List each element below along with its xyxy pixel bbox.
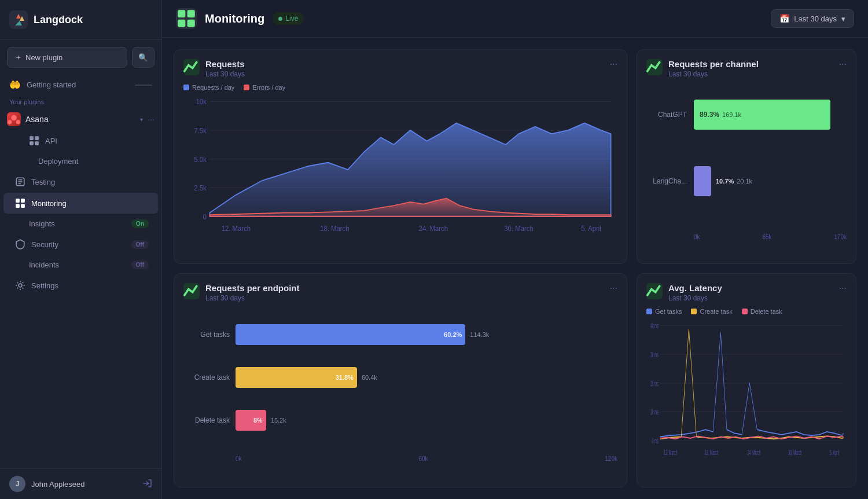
svg-rect-20 xyxy=(178,10,185,17)
monitoring-label: Monitoring xyxy=(31,199,149,208)
incidents-label: Incidents xyxy=(29,260,126,269)
channel-menu-icon[interactable]: ··· xyxy=(839,59,847,69)
get-tasks-count: 114.3k xyxy=(470,331,489,338)
security-label: Security xyxy=(31,240,126,249)
chatgpt-pct: 89.3% xyxy=(700,111,719,119)
channel-chart: ChatGPT 89.3% 169.1k LangCha... xyxy=(646,86,847,254)
sidebar-footer: J John Appleseed xyxy=(0,468,161,499)
svg-text:2.5k: 2.5k xyxy=(194,184,207,193)
requests-title: Requests xyxy=(205,59,610,69)
sidebar-item-api[interactable]: API xyxy=(3,130,158,151)
requests-card-header: Requests Last 30 days ··· xyxy=(183,59,617,78)
api-icon xyxy=(29,135,39,146)
svg-text:3k ms: 3k ms xyxy=(650,350,659,358)
endpoint-row-get-tasks: Get tasks 60.2% 114.3k xyxy=(183,324,617,345)
svg-text:12. March: 12. March xyxy=(664,447,677,456)
getting-started-item[interactable]: 🤲 Getting started xyxy=(0,75,161,95)
latency-card-icon xyxy=(646,283,663,299)
svg-text:5. April: 5. April xyxy=(581,224,601,233)
main-content: Monitoring Live 📅 Last 30 days ▾ Request… xyxy=(162,0,868,499)
requests-card: Requests Last 30 days ··· Requests / day… xyxy=(174,49,627,264)
sidebar-item-settings[interactable]: Settings xyxy=(3,275,158,296)
svg-point-5 xyxy=(8,120,12,124)
latency-subtitle: Last 30 days xyxy=(668,294,839,302)
insights-badge: On xyxy=(131,219,149,228)
channel-label-langchain: LangCha... xyxy=(646,177,687,185)
delete-task-pct: 8% xyxy=(253,417,263,424)
logout-icon[interactable] xyxy=(143,479,152,490)
logo-icon xyxy=(9,10,28,29)
endpoint-chart: Get tasks 60.2% 114.3k Create task 31.8% xyxy=(183,309,617,478)
endpoint-x-axis: 0k 60k 120k xyxy=(183,452,617,462)
page-title: Monitoring xyxy=(205,12,264,25)
requests-card-icon xyxy=(183,59,200,75)
svg-rect-0 xyxy=(9,10,28,29)
get-tasks-pct: 60.2% xyxy=(444,331,462,338)
live-dot xyxy=(278,17,282,21)
sidebar-item-insights[interactable]: Insights On xyxy=(3,214,158,233)
chevron-down-icon: ▾ xyxy=(140,116,143,123)
create-task-pct: 31.8% xyxy=(336,374,354,381)
dropdown-arrow-icon: ▾ xyxy=(841,14,845,23)
nav-items: API Deployment Testing Monitoring Insigh… xyxy=(0,130,161,468)
latency-card-header: Avg. Latency Last 30 days ··· xyxy=(646,283,847,302)
settings-label: Settings xyxy=(31,281,149,290)
search-button[interactable]: 🔍 xyxy=(132,47,155,68)
svg-text:24. March: 24. March xyxy=(419,224,448,233)
sidebar-item-deployment[interactable]: Deployment xyxy=(3,152,158,171)
svg-point-4 xyxy=(11,115,17,121)
testing-label: Testing xyxy=(31,178,149,186)
endpoint-title: Requests per endpoint xyxy=(205,283,610,293)
dashboard-grid: Requests Last 30 days ··· Requests / day… xyxy=(162,38,868,499)
requests-chart-area: 10k 7.5k 5.0k 2.5k 0 xyxy=(183,94,617,254)
svg-text:2k ms: 2k ms xyxy=(650,379,659,387)
endpoint-menu-icon[interactable]: ··· xyxy=(610,283,617,293)
delete-task-bar: 8% xyxy=(236,410,266,431)
search-icon: 🔍 xyxy=(138,53,148,62)
create-task-count: 60.4k xyxy=(362,374,377,381)
svg-text:1k ms: 1k ms xyxy=(650,408,659,416)
user-avatar: J xyxy=(9,476,25,492)
channel-axis-170: 170k xyxy=(834,234,847,240)
sidebar-header: Langdock xyxy=(0,0,161,40)
getting-started-icon: 🤲 xyxy=(9,79,21,90)
endpoint-row-delete-task: Delete task 8% 15.2k xyxy=(183,410,617,431)
new-plugin-button[interactable]: ＋ New plugin xyxy=(7,47,127,68)
sidebar-item-monitoring[interactable]: Monitoring xyxy=(3,193,158,214)
svg-text:24. March: 24. March xyxy=(747,447,760,456)
plugin-menu-icon[interactable]: ··· xyxy=(148,115,155,124)
requests-menu-icon[interactable]: ··· xyxy=(610,59,617,69)
incidents-badge: Off xyxy=(131,260,149,269)
requests-legend: Requests / day Errors / day xyxy=(183,80,617,94)
channel-axis-0: 0k xyxy=(694,234,700,240)
endpoint-card-header: Requests per endpoint Last 30 days ··· xyxy=(183,283,617,302)
sidebar-item-incidents[interactable]: Incidents Off xyxy=(3,255,158,274)
requests-legend-item-errors: Errors / day xyxy=(244,84,285,91)
sidebar-item-security[interactable]: Security Off xyxy=(3,234,158,255)
endpoint-label-get-tasks: Get tasks xyxy=(183,331,230,339)
channel-title: Requests per channel xyxy=(668,59,839,69)
svg-point-6 xyxy=(16,120,20,124)
latency-legend: Get tasks Create task Delete task xyxy=(646,304,847,318)
channel-row-chatgpt: ChatGPT 89.3% 169.1k xyxy=(646,100,847,130)
endpoint-subtitle: Last 30 days xyxy=(205,294,610,302)
endpoint-label-delete-task: Delete task xyxy=(183,416,230,424)
sidebar-item-testing[interactable]: Testing xyxy=(3,171,158,192)
svg-text:5. April: 5. April xyxy=(830,447,839,456)
channel-subtitle: Last 30 days xyxy=(668,70,839,78)
date-range-selector[interactable]: 📅 Last 30 days ▾ xyxy=(771,9,854,28)
sidebar-top-actions: ＋ New plugin 🔍 xyxy=(0,40,161,75)
channel-row-langchain: LangCha... 10.7% 20.1k xyxy=(646,166,847,196)
svg-rect-9 xyxy=(30,141,34,145)
svg-rect-7 xyxy=(30,136,34,140)
main-header: Monitoring Live 📅 Last 30 days ▾ xyxy=(162,0,868,38)
langchain-count: 20.1k xyxy=(737,178,752,185)
plugin-header[interactable]: Asana ▾ ··· xyxy=(0,109,161,130)
svg-point-19 xyxy=(19,284,22,287)
app-name: Langdock xyxy=(34,14,83,26)
svg-rect-18 xyxy=(21,204,25,208)
latency-menu-icon[interactable]: ··· xyxy=(839,283,847,293)
your-plugins-label: Your plugins xyxy=(0,95,161,109)
channel-card-icon xyxy=(646,59,663,75)
endpoint-row-create-task: Create task 31.8% 60.4k xyxy=(183,367,617,388)
